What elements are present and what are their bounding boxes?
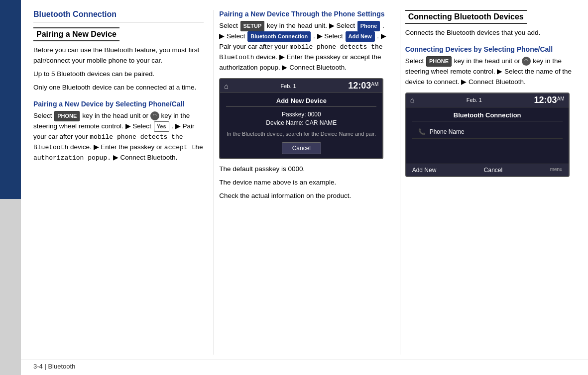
col3-main-title: Connecting Bluetooth Devices bbox=[405, 10, 527, 24]
col1-main-title: Bluetooth Connection bbox=[33, 10, 204, 19]
ui1-header: ⌂ Feb. 1 12:03AM bbox=[220, 79, 382, 93]
col2-para1: Select SETUP key in the head unit. ▶ Sel… bbox=[219, 21, 389, 73]
col1-yes-badge: Yes bbox=[154, 121, 169, 132]
columns: Bluetooth Connection Pairing a New Devic… bbox=[21, 0, 588, 360]
ui1-passkey: Passkey: 0000 bbox=[226, 111, 376, 118]
ui2-dialog-title: Bluetooth Connection bbox=[412, 111, 563, 121]
col1-connect-label: ▶ Connect Bluetooth. bbox=[113, 154, 178, 161]
col2-default-passkey: The default passkey is 0000. bbox=[219, 164, 389, 175]
col1-device-label: device. ▶ Enter the passkey or bbox=[70, 143, 164, 151]
ui1-dialog-title: Add New Device bbox=[226, 97, 376, 107]
ui1-body: Add New Device Passkey: 0000 Device Name… bbox=[220, 93, 382, 158]
ui1-note: In the Bluetooth device, search for the … bbox=[226, 130, 376, 138]
ui2-time-am: AM bbox=[557, 96, 565, 101]
ui2-cancel-btn[interactable]: Cancel bbox=[484, 167, 502, 174]
ui2-phone-name: Phone Name bbox=[430, 128, 465, 135]
phone-list-icon: 📞 bbox=[418, 128, 426, 135]
sidebar-bottom bbox=[0, 199, 21, 375]
col1-divider bbox=[33, 22, 204, 22]
col3-para2: Select PHONE key in the head unit or ◠ k… bbox=[405, 56, 576, 88]
ui2-list-item[interactable]: 📞 Phone Name bbox=[412, 125, 563, 139]
col1-phone-badge: PHONE bbox=[54, 111, 80, 121]
ui1-btn-row: Cancel bbox=[226, 142, 376, 154]
home-icon: ⌂ bbox=[224, 82, 228, 90]
ui2-time: 12:03 bbox=[534, 95, 557, 105]
ui2-date: Feb. 1 bbox=[467, 97, 482, 103]
ui2-time-group: 12:03AM bbox=[534, 95, 565, 105]
ui-screenshot-2: ⌂ Feb. 1 12:03AM Bluetooth Connection 📞 … bbox=[405, 93, 570, 177]
col2-sub-title-text: Pairing a New Device Through the Phone S… bbox=[219, 10, 384, 18]
footer: 3-4 | Bluetooth bbox=[21, 360, 588, 375]
col1-select-label: Select bbox=[33, 112, 54, 119]
col2-select3: . ▶ Select bbox=[313, 32, 345, 40]
col3-select1: Select bbox=[405, 57, 426, 65]
ui1-cancel-btn[interactable]: Cancel bbox=[282, 142, 321, 154]
col2-setup-badge: SETUP bbox=[240, 21, 265, 31]
col3-phone-badge: PHONE bbox=[426, 56, 452, 67]
col2-phone-badge: Phone bbox=[357, 21, 380, 31]
ui2-bottom-bar: Add New Cancel menu bbox=[406, 164, 569, 176]
col1-sub1-title: Pairing a New Device bbox=[33, 27, 119, 41]
ui1-device-name: Device Name: CAR NAME bbox=[226, 119, 376, 126]
column-1: Bluetooth Connection Pairing a New Devic… bbox=[28, 10, 209, 355]
col2-sub-title: Pairing a New Device Through the Phone S… bbox=[219, 10, 389, 18]
sidebar bbox=[0, 0, 21, 375]
col2-check-note: Check the actual information on the prod… bbox=[219, 191, 389, 201]
col1-para4: Select PHONE key in the head unit or ◠ k… bbox=[33, 111, 204, 164]
col3-sub-title: Connecting Devices by Selecting Phone/Ca… bbox=[405, 45, 576, 53]
col2-select1: Select bbox=[219, 22, 239, 29]
main-content: Bluetooth Connection Pairing a New Devic… bbox=[21, 0, 588, 375]
ui1-time: 12:03 bbox=[348, 81, 371, 91]
col3-key-head: key in the head unit or bbox=[454, 57, 522, 65]
ui1-date: Feb. 1 bbox=[280, 83, 296, 89]
ui1-time-group: 12:03AM bbox=[348, 81, 378, 91]
ui2-menu-label[interactable]: menu bbox=[550, 167, 563, 174]
ui2-empty-area bbox=[412, 139, 563, 164]
col2-device-note: The device name above is an example. bbox=[219, 178, 389, 188]
ui2-add-new-btn[interactable]: Add New bbox=[412, 167, 437, 174]
footer-text: 3-4 | Bluetooth bbox=[33, 363, 75, 370]
sidebar-top bbox=[0, 0, 21, 199]
ui1-time-am: AM bbox=[371, 82, 378, 88]
col1-para3: Only one Bluetooth device can be connect… bbox=[33, 83, 204, 93]
col1-sub2-title: Pairing a New Device by Selecting Phone/… bbox=[33, 100, 204, 108]
col2-addnew-badge: Add New bbox=[346, 31, 375, 42]
col2-head-unit: key in the head unit. ▶ Select bbox=[267, 22, 357, 29]
ui-screenshot-1: ⌂ Feb. 1 12:03AM Add New Device Passkey:… bbox=[219, 78, 383, 159]
col2-bt-badge: Bluetooth Connection bbox=[247, 31, 311, 42]
ui2-body: Bluetooth Connection 📞 Phone Name bbox=[406, 107, 569, 164]
col3-para1: Connects the Bluetooth devices that you … bbox=[405, 28, 576, 38]
col1-para2: Up to 5 Bluetooth devices can be paired. bbox=[33, 69, 204, 80]
col1-para1: Before you can use the Bluetooth feature… bbox=[33, 45, 204, 66]
ui2-header: ⌂ Feb. 1 12:03AM bbox=[406, 94, 569, 107]
steering-wheel-icon: ◠ bbox=[150, 111, 159, 120]
col3-steering-icon: ◠ bbox=[522, 57, 531, 66]
ui2-home-icon: ⌂ bbox=[410, 96, 414, 104]
col1-key-label: key in the head unit or bbox=[82, 112, 150, 119]
column-3: Connecting Bluetooth Devices Connects th… bbox=[400, 10, 581, 355]
column-2: Pairing a New Device Through the Phone S… bbox=[214, 10, 394, 355]
